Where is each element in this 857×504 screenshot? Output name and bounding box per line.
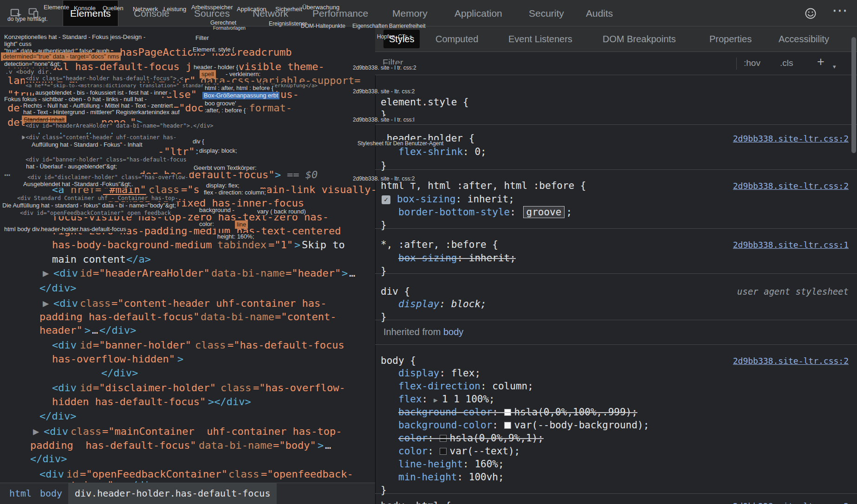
dom-line[interactable]: hasSidebar hasPageActions hasBreadcrumb: [0, 45, 375, 59]
tab-sources[interactable]: Sources: [194, 0, 230, 26]
tab-computed[interactable]: Computed: [435, 26, 478, 52]
css-property[interactable]: display: block;: [398, 297, 487, 310]
dom-line[interactable]: <divid="disclaimer-holder"class="has-ove…: [0, 381, 375, 395]
tab-dom-breakpoints[interactable]: DOM Breakpoints: [603, 26, 676, 52]
css-selector[interactable]: body, html {: [381, 500, 451, 504]
css-selector[interactable]: div {: [381, 286, 410, 297]
css-selector[interactable]: .header-holder {: [381, 133, 474, 144]
stylesheet-link[interactable]: 2d9bb338.site-ltr.css:2: [733, 179, 849, 193]
dom-line[interactable]: right-zero has-padding-medium has-text-c…: [0, 224, 375, 238]
new-style-rule-button[interactable]: +: [817, 55, 825, 69]
dom-line[interactable]: focus-visible has-top-zero has-text-zero…: [0, 210, 375, 224]
dom-line[interactable]: detget="docs"x-ms-format-: [0, 101, 375, 115]
dom-line[interactable]: </div>: [0, 366, 375, 380]
dom-line[interactable]: container"…</div>: [0, 478, 375, 483]
css-selector[interactable]: *, :after, :before {: [381, 239, 498, 250]
inherited-from-link[interactable]: body: [443, 327, 463, 337]
dom-line[interactable]: ▶<divid="headerAreaHolder"data-bi-name="…: [0, 266, 375, 280]
section-divider: [375, 228, 857, 229]
dom-line[interactable]: header">…</div>: [0, 323, 375, 337]
stylesheet-link[interactable]: 2d9bb338.site-ltr.css:1: [733, 238, 849, 252]
tab-event-listeners[interactable]: Event Listeners: [508, 26, 572, 52]
dom-line[interactable]: ▸<head>…</head>: [0, 129, 375, 144]
css-property[interactable]: min-height: 100vh;: [398, 471, 504, 484]
tab-memory[interactable]: Memory: [392, 0, 428, 26]
dom-line[interactable]: has-overflow-hidden">: [0, 352, 375, 366]
tab-application[interactable]: Application: [454, 0, 502, 26]
css-property[interactable]: color: var(--text);: [398, 445, 520, 458]
tab-audits[interactable]: Audits: [586, 0, 613, 26]
dom-line[interactable]: "true"="false"-th-status-: [0, 87, 375, 102]
new-style-rule-caret-icon[interactable]: ▾: [833, 63, 836, 70]
dom-line[interactable]: -focused is-fixed has-inner-focus: [0, 196, 375, 210]
dom-line[interactable]: language="we"dir="ltr"data-css-variable-…: [0, 73, 375, 88]
tab-elements[interactable]: Elements: [63, 0, 118, 26]
css-property[interactable]: background-color: var(--body-background)…: [398, 419, 649, 432]
dom-line[interactable]: ⋯der has-default-focus">== $0: [0, 168, 375, 182]
dom-line[interactable]: ▶<divclass="content-header uhf-container…: [0, 296, 375, 310]
dom-line[interactable]: padding has-default-focus"data-bi-name="…: [0, 438, 375, 452]
expand-shorthand-icon[interactable]: ▶: [434, 396, 442, 404]
color-swatch[interactable]: [504, 409, 511, 416]
css-property[interactable]: ✓box-sizing: inherit;: [382, 193, 514, 206]
dom-line[interactable]: detnone">: [0, 115, 375, 129]
dom-token: hasSidebar hasPageActions hasBreadcrumb: [52, 45, 292, 59]
dom-line[interactable]: <divid="banner-holder"class="has-default…: [0, 338, 375, 352]
css-property[interactable]: box-sizing: inherit;: [398, 252, 516, 265]
dom-token: ="has-default-focus: [227, 338, 344, 352]
css-selector[interactable]: html ⊤, html :after, html :before {: [381, 180, 586, 191]
dom-line[interactable]: hidden has-default-focus"></div>: [0, 394, 375, 409]
tab-console[interactable]: Console: [134, 0, 169, 26]
css-property[interactable]: line-height: 160%;: [398, 458, 504, 471]
dom-line[interactable]: main content</a>: [0, 252, 375, 266]
feedback-smiley-icon[interactable]: [804, 7, 817, 20]
dom-line[interactable]: conceptual has-default-focus js-visible …: [0, 59, 375, 74]
styles-filter-input[interactable]: Filter: [383, 58, 403, 68]
dom-line[interactable]: </div>: [0, 409, 375, 423]
css-property[interactable]: border-bottom-style: groove;: [398, 206, 572, 219]
css-property[interactable]: flex-direction: column;: [398, 380, 533, 393]
dom-line[interactable]: <ahref="#main"class="smain-link visually…: [0, 182, 375, 197]
dom-line[interactable]: padding has-default-focus"data-bi-name="…: [0, 310, 375, 324]
dom-line[interactable]: ▶<divclass="mainContainer uhf-container …: [0, 424, 375, 439]
breadcrumb-item[interactable]: div.header-holder.has-default-focus: [68, 483, 277, 504]
inherited-from-label: Inherited from: [383, 327, 443, 337]
pseudo-class-toggle-button[interactable]: :hov: [744, 58, 760, 68]
dom-token: </a>: [126, 252, 151, 266]
tab-network[interactable]: Network: [253, 0, 288, 26]
more-options-icon[interactable]: ⋯: [832, 1, 848, 19]
dom-line[interactable]: -"ltr">: [0, 144, 375, 159]
breadcrumb-item[interactable]: body: [40, 483, 62, 504]
css-property[interactable]: background-color: hsla(0,0%,100%,.999);: [398, 406, 637, 419]
color-swatch[interactable]: [440, 435, 447, 442]
dom-line[interactable]: </div>: [0, 281, 375, 295]
breadcrumb-item[interactable]: html: [9, 483, 32, 504]
inspect-element-icon[interactable]: [9, 6, 23, 20]
stylesheet-link[interactable]: 2d9bb338.site-ltr.css:2: [733, 354, 849, 368]
css-selector[interactable]: body {: [381, 355, 416, 366]
device-toolbar-icon[interactable]: [27, 6, 40, 19]
stylesheet-link[interactable]: 2d9bb338.site-ltr.css:2: [733, 499, 849, 504]
scrollbar-thumb[interactable]: [851, 37, 856, 153]
css-selector[interactable]: element.style {: [381, 97, 469, 108]
color-swatch[interactable]: [440, 448, 447, 455]
css-property[interactable]: color: hsla(0,0%,9%,1);: [398, 432, 544, 445]
tab-properties[interactable]: Properties: [709, 26, 752, 52]
css-property[interactable]: display: flex;: [398, 367, 480, 380]
tab-accessibility[interactable]: Accessibility: [779, 26, 829, 52]
tab-performance[interactable]: Performance: [312, 0, 368, 26]
element-class-toggle-button[interactable]: .cls: [780, 58, 793, 68]
dom-token: >: [342, 266, 348, 280]
tab-styles[interactable]: Styles: [383, 30, 420, 48]
dom-line[interactable]: </div>: [0, 452, 375, 466]
tab-security[interactable]: Security: [529, 0, 564, 26]
property-checkbox[interactable]: ✓: [382, 195, 390, 204]
css-property[interactable]: flex-shrink: 0;: [398, 145, 487, 158]
property-semicolon: ;: [480, 146, 487, 157]
dom-line[interactable]: has-body-background-mediumtabindex="1">S…: [0, 238, 375, 252]
dom-token: id: [80, 338, 92, 352]
css-property[interactable]: flex: ▶ 1 1 100%;: [398, 393, 495, 406]
color-swatch[interactable]: [504, 422, 511, 429]
dom-tree: hasSidebar hasPageActions hasBreadcrumbc…: [0, 0, 375, 483]
stylesheet-link[interactable]: 2d9bb338.site-ltr.css:2: [733, 132, 849, 146]
